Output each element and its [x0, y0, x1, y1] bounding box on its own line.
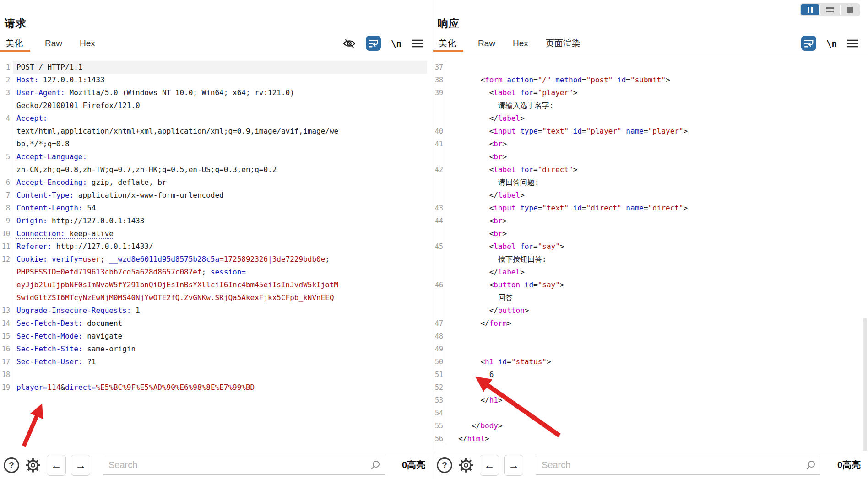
- response-editor[interactable]: 3738 <form action="/" method="post" id="…: [433, 52, 868, 451]
- line-number: 15: [0, 330, 13, 343]
- code-row: </label>: [433, 189, 868, 202]
- code-row: PHPSESSID=0efd719613cbb7cd5a628d8657c087…: [0, 266, 433, 279]
- help-icon[interactable]: ?: [437, 457, 452, 473]
- line-number: 40: [433, 125, 446, 138]
- line-number: 47: [433, 317, 446, 330]
- tab-beautify[interactable]: 美化: [0, 35, 30, 52]
- code-row: 45 <label for="say">: [433, 240, 868, 253]
- help-icon[interactable]: ?: [4, 457, 19, 473]
- code-row: 43 <input type="text" id="direct" name="…: [433, 202, 868, 215]
- request-editor-toolbar: \n: [343, 35, 423, 52]
- code-row: zh-CN,zh;q=0.8,zh-TW;q=0.7,zh-HK;q=0.5,e…: [0, 163, 433, 176]
- line-number: 16: [0, 343, 13, 355]
- line-number: 1: [0, 61, 13, 74]
- line-number: [433, 291, 446, 304]
- code-row: 5Accept-Language:: [0, 151, 433, 163]
- pause-button[interactable]: [801, 4, 819, 15]
- line-number: 44: [433, 215, 446, 227]
- code-row: </label>: [433, 266, 868, 279]
- code-row: Gecko/20100101 Firefox/121.0: [0, 99, 433, 112]
- eye-off-icon[interactable]: [343, 38, 356, 49]
- tab-beautify[interactable]: 美化: [433, 35, 463, 52]
- line-number: [433, 99, 446, 112]
- pause-icon: [808, 7, 813, 13]
- code-row: 4Accept:: [0, 112, 433, 125]
- line-number: 11: [0, 240, 13, 253]
- back-button[interactable]: ←: [47, 455, 66, 476]
- line-number: 43: [433, 202, 446, 215]
- back-button[interactable]: ←: [480, 455, 499, 476]
- line-number: [0, 138, 13, 151]
- request-editor[interactable]: 1POST / HTTP/1.12Host: 127.0.0.1:14333Us…: [0, 52, 433, 451]
- code-row: 14Sec-Fetch-Dest: document: [0, 317, 433, 330]
- code-row: 2Host: 127.0.0.1:1433: [0, 74, 433, 86]
- code-row: <br>: [433, 227, 868, 240]
- word-wrap-icon[interactable]: [366, 36, 381, 51]
- code-row: <br>: [433, 151, 868, 163]
- tab-raw[interactable]: Raw: [475, 35, 498, 52]
- search-input[interactable]: [103, 456, 385, 474]
- request-statusbar: ? ← →: [0, 451, 433, 479]
- stop-button[interactable]: [840, 4, 859, 15]
- code-row: 12Cookie: verify=user; __wzd8e6011d95d85…: [0, 253, 433, 266]
- scrollbar-thumb[interactable]: [863, 318, 867, 453]
- code-row: 按下按钮回答:: [433, 253, 868, 266]
- search-input[interactable]: [536, 456, 820, 474]
- tab-hex[interactable]: Hex: [510, 35, 531, 52]
- line-number: 17: [0, 355, 13, 368]
- line-number: [433, 112, 446, 125]
- request-search: [103, 456, 385, 475]
- tab-raw[interactable]: Raw: [42, 35, 65, 52]
- code-row: 46 <button id="say">: [433, 279, 868, 291]
- line-number: 50: [433, 355, 446, 368]
- code-row: 51 6: [433, 368, 868, 381]
- code-row: text/html,application/xhtml+xml,applicat…: [0, 125, 433, 138]
- line-number: 45: [433, 240, 446, 253]
- code-row: 18: [0, 368, 433, 381]
- response-editor-toolbar: \n: [801, 35, 859, 52]
- code-row: </label>: [433, 112, 868, 125]
- tab-hex[interactable]: Hex: [77, 35, 98, 52]
- line-number: 14: [0, 317, 13, 330]
- settings-icon[interactable]: [24, 457, 42, 474]
- line-number: 56: [433, 432, 446, 445]
- menu-icon[interactable]: [412, 38, 423, 48]
- line-number: [433, 304, 446, 317]
- code-row: 47 </form>: [433, 317, 868, 330]
- line-number: 49: [433, 343, 446, 355]
- line-number: [433, 151, 446, 163]
- code-row: 55 </body>: [433, 420, 868, 432]
- code-row: 56 </html>: [433, 432, 868, 445]
- newline-icon[interactable]: \n: [826, 38, 837, 48]
- code-row: 41 <br>: [433, 138, 868, 151]
- line-number: 54: [433, 407, 446, 420]
- list-button[interactable]: [819, 4, 839, 15]
- stop-icon: [847, 7, 853, 13]
- menu-icon[interactable]: [847, 38, 859, 48]
- line-number: 37: [433, 61, 446, 74]
- line-number: 42: [433, 163, 446, 176]
- code-row: 37: [433, 61, 868, 74]
- code-row: 42 <label for="direct">: [433, 163, 868, 176]
- search-icon: [805, 460, 816, 473]
- code-row: 54: [433, 407, 868, 420]
- list-icon: [826, 7, 834, 12]
- code-row: 15Sec-Fetch-Mode: navigate: [0, 330, 433, 343]
- forward-button[interactable]: →: [504, 455, 523, 476]
- highlight-count: 0高亮: [402, 459, 425, 471]
- capture-controls: [800, 3, 860, 16]
- request-panel: 请求 美化 Raw Hex \n: [0, 0, 433, 479]
- line-number: 53: [433, 394, 446, 407]
- word-wrap-icon[interactable]: [801, 36, 816, 51]
- tab-page-render[interactable]: 页面渲染: [543, 35, 583, 52]
- code-row: 8Content-Length: 54: [0, 202, 433, 215]
- forward-button[interactable]: →: [71, 455, 90, 476]
- line-number: [0, 99, 13, 112]
- newline-icon[interactable]: \n: [391, 38, 401, 48]
- line-number: [0, 266, 13, 279]
- line-number: 4: [0, 112, 13, 125]
- code-row: 回答: [433, 291, 868, 304]
- code-row: eyJjb2luIjpbNF0sImNvaW5fY291bnQiOjEsInBs…: [0, 279, 433, 291]
- settings-icon[interactable]: [457, 457, 475, 474]
- line-number: 52: [433, 381, 446, 394]
